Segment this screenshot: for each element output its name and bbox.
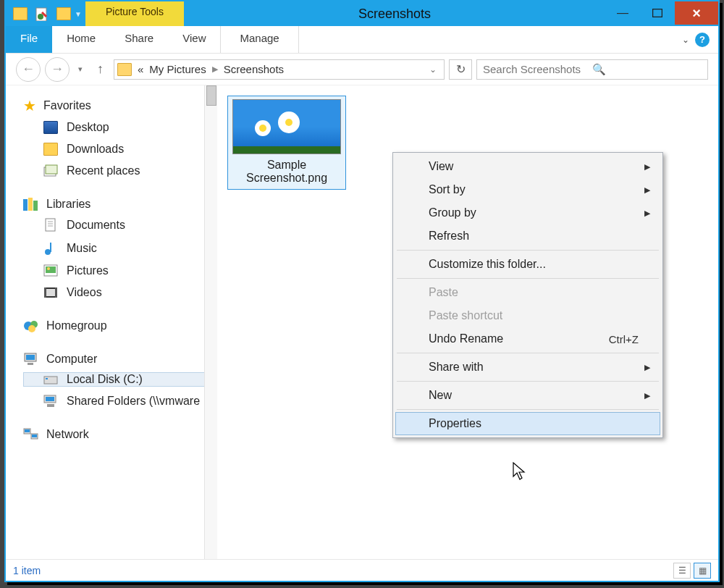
titlebar: ▼ Picture Tools Screenshots — × xyxy=(6,1,718,26)
svg-point-23 xyxy=(28,325,35,332)
ribbon-expand-icon[interactable]: ⌄ xyxy=(682,35,689,45)
forward-button[interactable]: → xyxy=(45,57,70,82)
minimize-button[interactable]: — xyxy=(605,1,640,25)
sidebar-item-local-disk[interactable]: Local Disk (C:) xyxy=(23,372,216,387)
address-part[interactable]: Screenshots xyxy=(224,63,284,75)
refresh-button[interactable]: ↻ xyxy=(449,59,472,80)
menu-separator xyxy=(397,353,659,353)
menu-share-with[interactable]: Share with▶ xyxy=(395,356,660,379)
network-drive-icon xyxy=(43,395,58,408)
quick-access-toolbar: ▼ xyxy=(6,1,85,26)
sidebar-item-downloads[interactable]: Downloads xyxy=(23,142,216,156)
new-folder-icon[interactable] xyxy=(54,4,74,24)
navigation-bar: ← → ▾ ↑ « My Pictures ▶ Screenshots ⌄ ↻ … xyxy=(6,54,718,85)
svg-rect-25 xyxy=(26,355,35,360)
sidebar-item-videos[interactable]: Videos xyxy=(23,285,216,300)
folder-icon xyxy=(43,143,58,156)
sidebar-libraries[interactable]: Libraries xyxy=(23,197,216,211)
svg-point-16 xyxy=(47,267,50,270)
sidebar-item-desktop[interactable]: Desktop xyxy=(23,120,216,135)
back-button[interactable]: ← xyxy=(16,57,41,82)
menu-view[interactable]: View▶ xyxy=(395,155,660,178)
svg-rect-31 xyxy=(47,404,54,407)
menu-new[interactable]: New▶ xyxy=(395,384,660,407)
picture-tools-tab[interactable]: Picture Tools xyxy=(85,1,184,26)
sidebar-computer[interactable]: Computer xyxy=(23,352,216,366)
svg-rect-13 xyxy=(50,243,51,252)
menu-sort-by[interactable]: Sort by▶ xyxy=(395,178,660,201)
tab-home[interactable]: Home xyxy=(52,26,110,53)
menu-refresh[interactable]: Refresh xyxy=(395,224,660,248)
properties-icon[interactable] xyxy=(32,4,52,24)
address-part[interactable]: My Pictures xyxy=(149,63,206,75)
help-icon[interactable]: ? xyxy=(695,33,710,47)
search-input[interactable]: Search Screenshots 🔍 xyxy=(476,59,708,80)
sidebar-item-music[interactable]: Music xyxy=(23,240,216,256)
svg-rect-28 xyxy=(46,378,48,379)
close-button[interactable]: × xyxy=(675,1,718,25)
pictures-icon xyxy=(43,264,58,277)
sidebar-item-pictures[interactable]: Pictures xyxy=(23,264,216,278)
chevron-right-icon: ▶ xyxy=(644,209,650,218)
recent-icon xyxy=(43,164,58,177)
chevron-right-icon: ▶ xyxy=(644,391,650,400)
document-icon xyxy=(43,218,58,232)
menu-paste-shortcut: Paste shortcut xyxy=(395,304,660,327)
icons-view-button[interactable]: ▦ xyxy=(694,563,711,579)
star-icon: ★ xyxy=(23,97,36,114)
svg-rect-26 xyxy=(28,363,33,365)
menu-paste: Paste xyxy=(395,281,660,304)
history-dropdown-icon[interactable]: ▾ xyxy=(74,63,87,76)
music-icon xyxy=(43,241,58,256)
libraries-icon xyxy=(23,197,39,211)
file-tab[interactable]: File xyxy=(6,26,52,53)
computer-icon xyxy=(23,352,39,366)
svg-rect-2 xyxy=(653,9,662,17)
tab-share[interactable]: Share xyxy=(110,26,168,53)
nav-scrollbar[interactable] xyxy=(204,85,217,559)
maximize-button[interactable] xyxy=(640,1,675,25)
tab-view[interactable]: View xyxy=(168,26,220,53)
sidebar-item-shared-folders[interactable]: Shared Folders (\\vmware xyxy=(23,394,216,408)
up-button[interactable]: ↑ xyxy=(91,62,109,77)
file-item[interactable]: Sample Screenshot.png xyxy=(227,96,346,190)
network-icon xyxy=(23,427,39,442)
details-view-button[interactable]: ☰ xyxy=(673,563,691,579)
scroll-thumb[interactable] xyxy=(206,85,216,106)
sidebar-homegroup[interactable]: Homegroup xyxy=(23,319,216,333)
sidebar-network[interactable]: Network xyxy=(23,427,216,442)
menu-group-by[interactable]: Group by▶ xyxy=(395,201,660,224)
menu-undo-rename[interactable]: Undo RenameCtrl+Z xyxy=(395,327,660,350)
tab-manage[interactable]: Manage xyxy=(220,26,298,53)
desktop-icon xyxy=(43,121,58,134)
folder-icon xyxy=(117,63,132,76)
status-bar: 1 item ☰ ▦ xyxy=(6,559,718,581)
menu-shortcut: Ctrl+Z xyxy=(609,333,639,345)
svg-rect-20 xyxy=(55,287,57,298)
homegroup-icon xyxy=(23,319,39,333)
sidebar-item-recent[interactable]: Recent places xyxy=(23,164,216,178)
menu-separator xyxy=(397,409,659,410)
svg-point-12 xyxy=(45,249,51,255)
window-controls: — × xyxy=(605,1,718,26)
svg-rect-4 xyxy=(46,165,57,174)
address-dropdown-icon[interactable]: ⌄ xyxy=(429,64,437,75)
menu-customize-folder[interactable]: Customize this folder... xyxy=(395,253,660,276)
svg-rect-5 xyxy=(23,199,28,211)
svg-rect-34 xyxy=(25,429,30,432)
navigation-pane: ★Favorites Desktop Downloads Recent plac… xyxy=(6,85,217,559)
chevron-right-icon[interactable]: ▶ xyxy=(212,64,218,74)
sidebar-favorites[interactable]: ★Favorites xyxy=(23,97,216,114)
qat-dropdown-icon[interactable]: ▼ xyxy=(75,10,81,18)
folder-icon[interactable] xyxy=(10,4,30,24)
file-explorer-window: ▼ Picture Tools Screenshots — × File Hom… xyxy=(4,0,720,582)
sidebar-item-documents[interactable]: Documents xyxy=(23,217,216,233)
svg-rect-7 xyxy=(33,201,38,211)
address-bar[interactable]: « My Pictures ▶ Screenshots ⌄ xyxy=(114,59,445,80)
ribbon-tabs: File Home Share View Manage ⌄ ? xyxy=(6,26,718,54)
menu-properties[interactable]: Properties xyxy=(395,412,660,435)
menu-separator xyxy=(397,250,659,251)
svg-rect-6 xyxy=(28,198,33,211)
file-name: Sample Screenshot.png xyxy=(232,159,341,185)
chevron-right-icon: ▶ xyxy=(644,162,650,172)
